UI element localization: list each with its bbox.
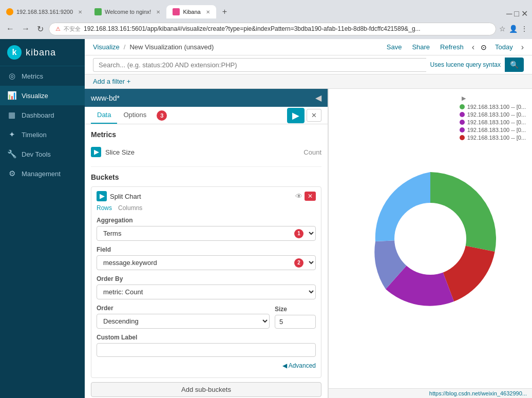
aggregation-group: Aggregation Terms 1 (97, 217, 316, 241)
next-time-button[interactable]: › (521, 43, 524, 52)
profile-button[interactable]: 👤 (509, 25, 518, 33)
add-sub-buckets-button[interactable]: Add sub-buckets (91, 382, 321, 397)
sidebar-item-management-label: Management (22, 170, 61, 178)
dashboard-icon: ▦ (7, 110, 16, 120)
close-panel-button[interactable]: ✕ (307, 109, 321, 122)
panel-collapse-button[interactable]: ◀ (315, 93, 321, 103)
legend-dot-0 (460, 104, 465, 109)
breadcrumb-separator: / (124, 43, 126, 51)
run-button[interactable]: ▶ (287, 108, 305, 123)
tab-kibana-close[interactable]: ✕ (206, 9, 210, 15)
bookmark-button[interactable]: ☆ (499, 25, 506, 33)
order-by-label: Order By (97, 275, 316, 282)
search-input[interactable] (93, 58, 426, 72)
size-input[interactable] (275, 315, 316, 329)
legend: ▶ 192.168.183.100 -- [0... 192.168.183.1… (460, 95, 526, 142)
sidebar-item-dashboard-label: Dashboard (22, 111, 54, 119)
tab-ip-label: 192.168.183.161:9200 (16, 9, 73, 15)
legend-item-4: 192.168.183.100 -- [0... (460, 135, 526, 141)
visualize-icon: 📊 (7, 91, 16, 100)
breadcrumb-visualize[interactable]: Visualize (93, 43, 120, 51)
rows-tab[interactable]: Rows (97, 204, 112, 212)
legend-dot-3 (460, 127, 465, 132)
legend-dot-4 (460, 135, 465, 140)
sidebar-item-discover[interactable]: ◎ Metrics (0, 66, 85, 86)
today-button[interactable]: Today (493, 42, 515, 52)
timelion-icon: ✦ (7, 130, 16, 139)
badge-count: 3 (157, 110, 167, 121)
columns-tab[interactable]: Columns (118, 204, 142, 212)
address-box[interactable]: ⚠ 不安全 192.168.183.161:5601/app/kibana#/v… (49, 23, 496, 35)
aggregation-label: Aggregation (97, 217, 316, 224)
bucket-split-chart: ▶ Split Chart 👁 ✕ Rows Columns (91, 186, 321, 378)
metrics-title: Metrics (91, 130, 321, 139)
management-icon: ⚙ (7, 169, 16, 178)
save-button[interactable]: Save (385, 42, 404, 52)
bucket-eye-button[interactable]: 👁 (295, 192, 302, 200)
tab-ip-close[interactable]: ✕ (78, 9, 82, 15)
tab-bar: 192.168.183.161:9200 ✕ Welcome to nginx!… (0, 0, 532, 18)
field-select[interactable]: message.keyword (97, 255, 316, 270)
back-button[interactable]: ← (4, 23, 16, 34)
window-restore[interactable]: □ (514, 9, 519, 18)
new-tab-button[interactable]: + (218, 5, 231, 18)
bucket-delete-button[interactable]: ✕ (305, 192, 316, 201)
slice-size-label: Slice Size (105, 148, 299, 156)
forward-button[interactable]: → (20, 23, 32, 34)
tab-ip[interactable]: 192.168.183.161:9200 ✕ (0, 5, 88, 18)
search-hint[interactable]: Uses lucene query syntax (430, 61, 501, 68)
tab-options[interactable]: Options (117, 107, 153, 124)
field-group: Field message.keyword 2 (97, 246, 316, 270)
legend-item-2: 192.168.183.100 -- [0... (460, 119, 526, 125)
tab-nginx-close[interactable]: ✕ (156, 9, 160, 15)
panel-header: www-bd* ◀ (85, 89, 328, 107)
order-by-group: Order By metric: Count (97, 275, 316, 299)
order-select[interactable]: Descending (97, 314, 270, 329)
add-filter-button[interactable]: Add a filter + (93, 78, 130, 85)
tab-nginx[interactable]: Welcome to nginx! ✕ (88, 5, 166, 18)
security-icon: ⚠ (55, 26, 61, 32)
menu-button[interactable]: ⋮ (521, 25, 528, 33)
clock-icon: ⊙ (481, 43, 487, 51)
tab-data[interactable]: Data (91, 107, 117, 124)
main-content: Visualize / New Visualization (unsaved) … (85, 39, 532, 398)
size-group: Size (275, 306, 316, 329)
sidebar-item-dashboard[interactable]: ▦ Dashboard (0, 105, 85, 125)
tab-nginx-favicon (94, 8, 102, 15)
kibana-logo-text: kibana (26, 47, 56, 58)
section-divider (91, 166, 321, 167)
address-bar-row: ← → ↻ ⚠ 不安全 192.168.183.161:5601/app/kib… (0, 18, 532, 39)
sidebar-item-devtools[interactable]: 🔧 Dev Tools (0, 144, 85, 164)
advanced-link[interactable]: ◀ Advanced (97, 362, 316, 369)
sidebar: k kibana ◎ Metrics 📊 Visualize ▦ Dashboa… (0, 39, 85, 398)
panel-tabs: Data Options 3 ▶ ✕ (85, 107, 328, 124)
prev-time-button[interactable]: ‹ (472, 43, 474, 52)
window-minimize[interactable]: ─ (506, 9, 512, 18)
custom-label-input[interactable] (97, 343, 316, 357)
refresh-button[interactable]: ↻ (35, 23, 46, 35)
donut-hole (394, 203, 466, 275)
refresh-viz-button[interactable]: Refresh (438, 42, 466, 52)
sidebar-item-timelion-label: Timelion (22, 131, 47, 139)
tab-kibana[interactable]: Kibana ✕ (166, 5, 216, 18)
order-by-select[interactable]: metric: Count (97, 285, 316, 299)
legend-label-1: 192.168.183.100 -- [0... (467, 111, 526, 118)
order-label: Order (97, 305, 270, 312)
panel-body: Metrics ▶ Slice Size Count Buckets (85, 124, 328, 398)
aggregation-select-wrapper: Terms 1 (97, 226, 316, 241)
legend-expand-icon[interactable]: ▶ (460, 95, 468, 102)
search-submit-button[interactable]: 🔍 (505, 58, 524, 72)
legend-item-3: 192.168.183.100 -- [0... (460, 127, 526, 133)
sidebar-item-timelion[interactable]: ✦ Timelion (0, 125, 85, 144)
metric-row: ▶ Slice Size Count (91, 144, 321, 160)
status-bar: https://blog.csdn.net/weixin_4632990... (329, 388, 532, 398)
sidebar-item-visualize[interactable]: 📊 Visualize (0, 86, 85, 105)
tab-nginx-label: Welcome to nginx! (105, 9, 151, 15)
bucket-header: ▶ Split Chart 👁 ✕ (97, 191, 316, 201)
window-close[interactable]: ✕ (521, 9, 528, 18)
order-group: Order Descending (97, 305, 270, 329)
browser-chrome: 192.168.183.161:9200 ✕ Welcome to nginx!… (0, 0, 532, 39)
share-button[interactable]: Share (410, 42, 432, 52)
sidebar-item-management[interactable]: ⚙ Management (0, 164, 85, 183)
aggregation-select[interactable]: Terms (97, 226, 316, 241)
